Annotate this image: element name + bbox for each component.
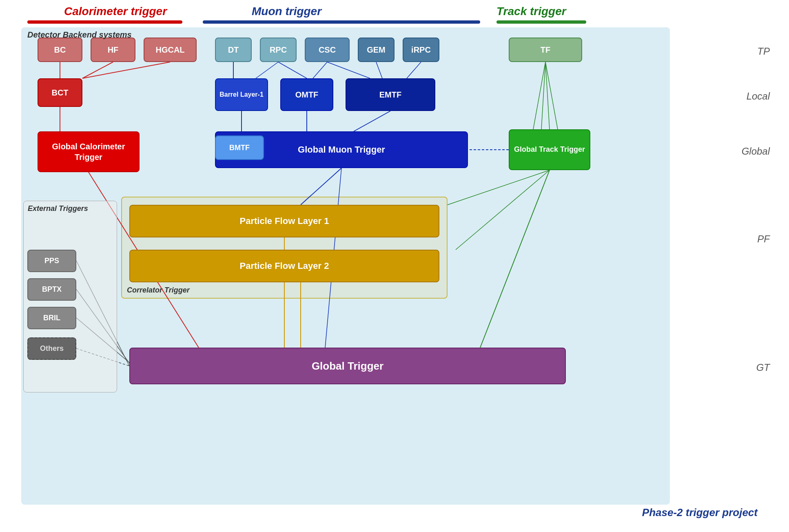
pps-box: PPS xyxy=(27,250,76,272)
detector-backend-label: Detector Backend systems xyxy=(27,30,132,40)
pfl2-box: Particle Flow Layer 2 xyxy=(129,250,439,282)
diagram-container: Calorimeter trigger Muon trigger Track t… xyxy=(15,5,774,527)
calorimeter-bar xyxy=(27,20,182,24)
muon-trigger-label: Muon trigger xyxy=(252,5,321,18)
dt-box: DT xyxy=(215,38,252,62)
rpc-box: RPC xyxy=(260,38,297,62)
hgcal-box: HGCAL xyxy=(144,38,197,62)
gt-box: Global Trigger xyxy=(129,348,566,384)
others-box: Others xyxy=(27,337,76,360)
bmtf-box: BMTF xyxy=(215,135,264,160)
gt-side-label: GT xyxy=(756,362,770,373)
tp-side-label: TP xyxy=(757,46,770,57)
calorimeter-trigger-label: Calorimeter trigger xyxy=(64,5,167,18)
omtf-box: OMTF xyxy=(280,78,333,111)
global-side-label: Global xyxy=(742,146,770,157)
barrel-layer1-box: Barrel Layer-1 xyxy=(215,78,268,111)
pfl1-box: Particle Flow Layer 1 xyxy=(129,205,439,237)
gem-box: GEM xyxy=(358,38,394,62)
barrel-layer1-label: Barrel Layer-1 xyxy=(219,91,264,98)
bril-box: BRIL xyxy=(27,307,76,329)
gct-box: Global Calorimeter Trigger xyxy=(38,131,140,172)
tf-box: TF xyxy=(509,38,582,62)
bc-box: BC xyxy=(38,38,82,62)
gtt-box: Global Track Trigger xyxy=(509,129,590,170)
irpc-box: iRPC xyxy=(403,38,439,62)
track-trigger-label: Track trigger xyxy=(496,5,566,18)
emtf-box: EMTF xyxy=(346,78,435,111)
bct-box: BCT xyxy=(38,78,82,107)
gmt-label: Global Muon Trigger xyxy=(298,144,385,155)
gtt-label: Global Track Trigger xyxy=(512,143,587,156)
correlator-trigger-label: Correlator Trigger xyxy=(127,286,190,295)
muon-bar xyxy=(203,20,480,24)
bptx-box: BPTX xyxy=(27,278,76,301)
hf-box: HF xyxy=(91,38,135,62)
external-triggers-label: External Triggers xyxy=(24,201,117,215)
local-side-label: Local xyxy=(747,91,770,102)
phase2-label: Phase-2 trigger project xyxy=(642,506,758,519)
track-bar xyxy=(496,20,586,24)
csc-box: CSC xyxy=(305,38,350,62)
pf-side-label: PF xyxy=(757,233,770,245)
